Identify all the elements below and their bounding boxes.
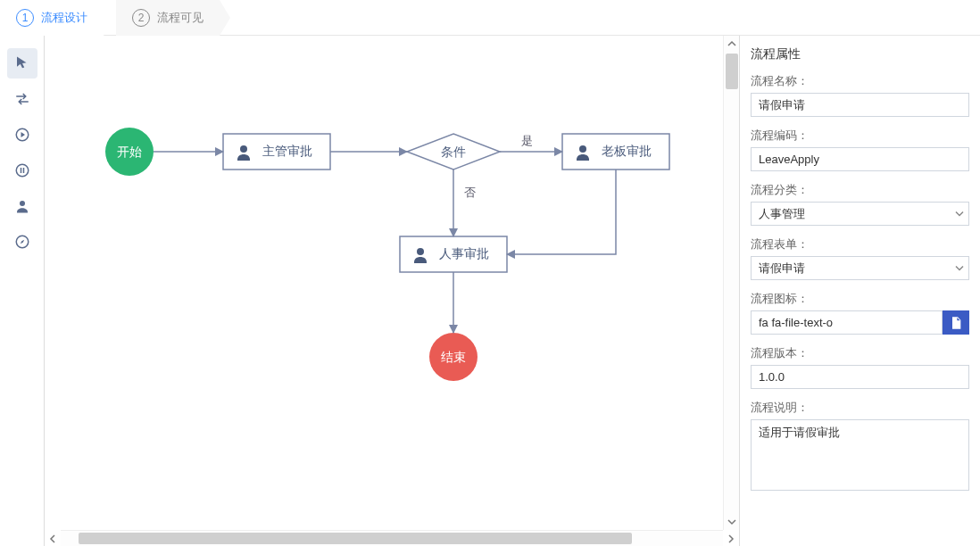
tool-palette: [0, 36, 45, 546]
scroll-thumb[interactable]: [726, 54, 738, 89]
condition-node[interactable]: 条件: [407, 134, 500, 170]
compass-icon: [14, 234, 30, 250]
svg-point-17: [417, 248, 424, 255]
tab-label: 流程设计: [41, 10, 87, 26]
edge-boss-hr[interactable]: [507, 170, 616, 254]
file-text-icon: [949, 316, 963, 330]
swap-icon: [14, 91, 30, 107]
start-node[interactable]: 开始: [105, 128, 154, 176]
flow-diagram: 开始 主管审批 条件: [45, 36, 723, 530]
pointer-icon: [14, 55, 30, 71]
end-node[interactable]: 结束: [429, 333, 478, 381]
manager-approval-node[interactable]: 主管审批: [223, 134, 330, 170]
svg-point-1: [16, 164, 29, 177]
vertical-scrollbar[interactable]: [723, 36, 739, 530]
tab-visibility[interactable]: 2 流程可见: [116, 0, 220, 36]
svg-text:老板审批: 老板审批: [602, 144, 652, 158]
horizontal-scrollbar[interactable]: [61, 530, 723, 546]
scroll-up-arrow[interactable]: [724, 36, 739, 52]
properties-title: 流程属性: [751, 46, 969, 62]
canvas-area: 开始 主管审批 条件: [45, 36, 739, 546]
canvas-viewport[interactable]: 开始 主管审批 条件: [45, 36, 723, 530]
version-input[interactable]: [751, 365, 969, 389]
svg-rect-3: [22, 168, 24, 173]
tool-pointer[interactable]: [7, 48, 37, 79]
tool-start-node[interactable]: [7, 120, 37, 150]
chevron-up-icon: [727, 39, 736, 48]
svg-text:主管审批: 主管审批: [262, 144, 312, 158]
tab-label: 流程可见: [157, 10, 203, 26]
hr-approval-node[interactable]: 人事审批: [400, 236, 507, 272]
name-input[interactable]: [751, 93, 969, 117]
chevron-right-icon: [727, 534, 735, 543]
tool-gateway-node[interactable]: [7, 227, 37, 257]
svg-text:人事审批: 人事审批: [439, 246, 489, 261]
category-label: 流程分类：: [751, 182, 969, 198]
chevron-left-icon: [48, 534, 57, 543]
tool-end-node[interactable]: [7, 155, 37, 186]
version-label: 流程版本：: [751, 345, 969, 361]
form-select[interactable]: [751, 256, 969, 280]
main-content: 开始 主管审批 条件: [0, 36, 980, 546]
boss-approval-node[interactable]: 老板审批: [562, 134, 669, 170]
code-input[interactable]: [751, 147, 969, 171]
tool-transition[interactable]: [7, 84, 37, 114]
properties-panel: 流程属性 流程名称： 流程编码： 流程分类： 流程表单：: [739, 36, 980, 546]
desc-textarea[interactable]: 适用于请假审批: [751, 419, 969, 491]
svg-rect-2: [20, 168, 21, 173]
form-label: 流程表单：: [751, 236, 969, 252]
edge-yes-label: 是: [521, 134, 533, 147]
pick-icon-button[interactable]: [943, 310, 969, 335]
tool-task-node[interactable]: [7, 191, 37, 221]
name-label: 流程名称：: [751, 73, 969, 89]
svg-point-14: [579, 145, 586, 153]
svg-text:条件: 条件: [441, 145, 466, 159]
user-icon: [14, 198, 30, 214]
scroll-left-arrow[interactable]: [45, 531, 61, 546]
scroll-down-arrow[interactable]: [724, 514, 739, 530]
play-circle-icon: [14, 127, 30, 143]
icon-input[interactable]: [751, 310, 943, 335]
step-number: 1: [16, 9, 34, 27]
desc-label: 流程说明：: [751, 400, 969, 416]
svg-point-4: [20, 201, 25, 206]
svg-point-9: [240, 145, 247, 153]
code-label: 流程编码：: [751, 128, 969, 144]
scroll-right-arrow[interactable]: [723, 531, 739, 546]
svg-text:开始: 开始: [117, 145, 142, 159]
pause-circle-icon: [14, 162, 30, 178]
tab-design[interactable]: 1 流程设计: [0, 0, 104, 36]
scroll-thumb[interactable]: [79, 533, 632, 544]
wizard-tab-bar: 1 流程设计 2 流程可见: [0, 0, 980, 36]
edge-no-label: 否: [464, 186, 476, 199]
category-select[interactable]: [751, 202, 969, 226]
svg-text:结束: 结束: [441, 350, 466, 364]
chevron-down-icon: [727, 517, 736, 526]
icon-label: 流程图标：: [751, 291, 969, 307]
step-number: 2: [132, 9, 150, 27]
